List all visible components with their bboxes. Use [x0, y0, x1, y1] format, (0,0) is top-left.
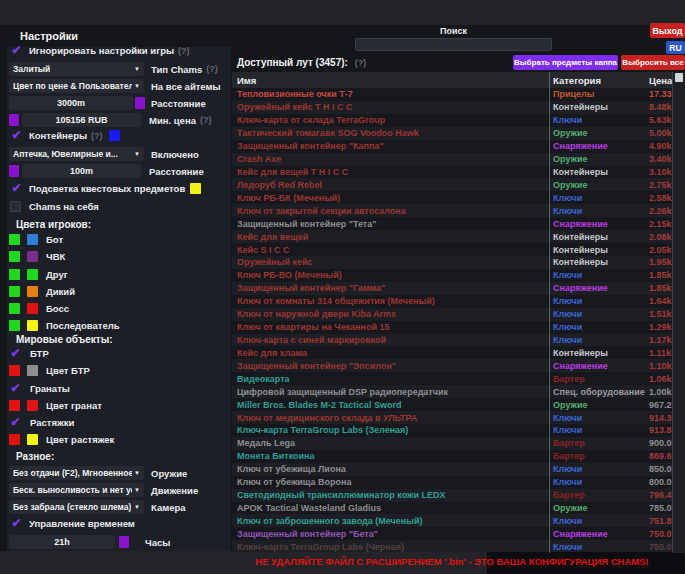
column-header-price[interactable]: Цена [649, 75, 672, 86]
color-swatch[interactable] [9, 400, 20, 411]
table-row[interactable]: Miller Bros. Blades M-2 Tactical SwordОр… [232, 398, 672, 411]
color-swatch[interactable] [27, 286, 38, 297]
misc-dropdown-value: Без забрала (стекло шлема) [13, 502, 131, 512]
table-row[interactable]: Светодиодный трансиллюминатор кожи LEDXБ… [232, 489, 672, 502]
table-row[interactable]: Ключ РБ-БК (Меченый)Ключи2.58kk [232, 191, 672, 204]
container-distance-color-swatch[interactable] [9, 165, 19, 177]
checkbox-unchecked[interactable] [10, 201, 21, 212]
loot-count-label: Доступный лут (3457): [237, 57, 348, 68]
table-row[interactable]: Ключ-карта с синей маркировкойКлючи1.17k… [232, 334, 672, 347]
color-swatch[interactable] [27, 400, 38, 411]
player-color-label: Дикий [46, 286, 75, 297]
color-swatch[interactable] [9, 286, 20, 297]
checkmark-icon[interactable]: ✔ [9, 417, 22, 428]
table-row[interactable]: Кейс S I C CКонтейнеры2.05kk [232, 243, 672, 256]
color-swatch[interactable] [27, 251, 38, 262]
table-row[interactable]: Цифровой защищенный DSP радиопередатчикС… [232, 385, 672, 398]
table-row[interactable]: Ключ от комнаты 314 общежития (Меченый)К… [232, 295, 672, 308]
checkmark-icon[interactable]: ✔ [9, 348, 22, 359]
table-row[interactable]: Монета БиткоинаБартер869.6k [232, 450, 672, 463]
color-mode-value: Цвет по цене & Пользователь [13, 81, 132, 91]
table-row[interactable]: Ключ от закрытой секции автосалонаКлючи2… [232, 204, 672, 217]
table-row[interactable]: APOK Tactical Wasteland GladiusОружие785… [232, 502, 672, 515]
table-row[interactable]: Ключ от квартиры на Чеканной 15Ключи1.29… [232, 321, 672, 334]
world-objects-list: ✔БТРЦвет БТР✔ГранатыЦвет гранат✔Растяжки… [9, 348, 114, 452]
distance-input[interactable]: 3000m [9, 96, 133, 110]
color-swatch[interactable] [9, 269, 20, 280]
table-row[interactable]: Кейс для хламаКонтейнеры1.11kk [232, 346, 672, 359]
select-kappa-items-button[interactable]: Выбрать предметы каппа [513, 55, 618, 70]
hours-input[interactable]: 21h [9, 535, 115, 549]
drop-all-button[interactable]: Выбросить все [621, 55, 685, 70]
table-row[interactable]: Тактический томагавк SOG Voodoo HawkОруж… [232, 127, 672, 140]
table-row[interactable]: Кейс для вещейКонтейнеры2.08kk [232, 230, 672, 243]
table-row[interactable]: Ключ-карта TerraGroup Labs (Черная)Ключи… [232, 540, 672, 552]
table-row[interactable]: Ключ от наружной двери Kiba ArmsКлючи1.5… [232, 308, 672, 321]
exit-button[interactable]: Выход [650, 23, 685, 38]
checkmark-icon[interactable]: ✔ [10, 130, 23, 141]
misc-dropdown[interactable]: Без забрала (стекло шлема)▼ [9, 500, 144, 514]
table-row[interactable]: Ключ РБ-ВО (Меченый)Ключи1.85kk [232, 269, 672, 282]
color-swatch[interactable] [9, 434, 20, 445]
color-swatch[interactable] [27, 434, 38, 445]
table-row[interactable]: Ключ-карта от склада TerraGroupКлючи5.63… [232, 114, 672, 127]
table-row[interactable]: Защищенный контейнер "Тета"Снаряжение2.1… [232, 217, 672, 230]
table-row[interactable]: Защищенный контейнер "Бета"Снаряжение750… [232, 527, 672, 540]
language-button[interactable]: RU [666, 41, 685, 54]
chams-type-dropdown[interactable]: Залитый ▼ [9, 62, 144, 76]
table-row[interactable]: Защищенный контейнер "Каппа"Снаряжение4.… [232, 140, 672, 153]
misc-dropdown[interactable]: Без отдачи (F2), Мгновенное п▼ [9, 466, 144, 480]
table-row[interactable]: Crash AxeОружие3.40kk [232, 153, 672, 166]
quest-highlight-color-swatch[interactable] [190, 183, 201, 194]
item-price: 1.85kk [649, 270, 672, 280]
table-row[interactable]: Ключ-карта TerraGroup Labs (Зеленая)Ключ… [232, 424, 672, 437]
color-mode-dropdown[interactable]: Цвет по цене & Пользователь ▼ [9, 79, 144, 93]
distance-color-swatch[interactable] [135, 97, 145, 109]
checkmark-icon[interactable]: ✔ [9, 383, 22, 394]
table-row[interactable]: Кейс для вещей T H I C CКонтейнеры3.10kk [232, 166, 672, 179]
table-row[interactable]: Оружейный кейсКонтейнеры1.95kk [232, 256, 672, 269]
min-price-color-swatch[interactable] [9, 114, 19, 126]
table-row[interactable]: Оружейный кейс T H I C CКонтейнеры8.48kk [232, 101, 672, 114]
container-distance-input[interactable]: 100m [22, 164, 141, 178]
color-swatch[interactable] [27, 269, 38, 280]
color-swatch[interactable] [27, 234, 38, 245]
column-header-category[interactable]: Категория [549, 75, 649, 86]
checkmark-icon[interactable]: ✔ [10, 518, 23, 529]
hours-color-swatch[interactable] [119, 536, 129, 548]
color-swatch[interactable] [9, 234, 20, 245]
category-filter-dropdown[interactable]: Аптечка, Ювелирные и... ▼ [9, 147, 144, 161]
color-swatch[interactable] [9, 365, 20, 376]
checkmark-icon[interactable]: ✔ [10, 45, 23, 56]
color-swatch[interactable] [27, 303, 38, 314]
column-header-name[interactable]: Имя [232, 75, 549, 86]
table-row[interactable]: Ледоруб Red RebelОружие2.75kk [232, 178, 672, 191]
min-price-input[interactable]: 105156 RUB [22, 113, 141, 127]
table-row[interactable]: Медаль LegaБартер900.0k [232, 437, 672, 450]
search-input[interactable] [355, 38, 552, 51]
color-swatch[interactable] [27, 320, 38, 331]
misc-dropdown[interactable]: Беск. выносливость и нет уста▼ [9, 483, 144, 497]
table-row[interactable]: Ключ от медицинского склада в УЛЬТРАКлюч… [232, 411, 672, 424]
item-name: Ключ-карта TerraGroup Labs (Зеленая) [232, 425, 549, 435]
table-row[interactable]: Ключ от убежища ВоронаКлючи800.0k [232, 476, 672, 489]
item-name: Ключ от закрытой секции автосалона [232, 206, 549, 216]
color-swatch[interactable] [27, 365, 38, 376]
color-swatch[interactable] [9, 303, 20, 314]
item-name: Crash Axe [232, 154, 549, 164]
table-row[interactable]: ВидеокартаБартер1.06kk [232, 372, 672, 385]
color-swatch[interactable] [9, 251, 20, 262]
table-row[interactable]: Тепловизионные очки Т-7Прицелы17.33kk [232, 88, 672, 101]
containers-color-swatch[interactable] [109, 130, 120, 141]
table-row[interactable]: Ключ от заброшенного завода (Меченый)Клю… [232, 514, 672, 527]
scrollbar-thumb[interactable] [675, 73, 683, 82]
item-category: Контейнеры [549, 348, 649, 358]
color-swatch[interactable] [9, 320, 20, 331]
table-row[interactable]: Ключ от убежища ЛионаКлючи850.0k [232, 463, 672, 476]
checkmark-icon[interactable]: ✔ [10, 183, 23, 194]
item-price: 850.0k [649, 464, 672, 474]
table-row[interactable]: Защищенный контейнер "Гамма"Снаряжение1.… [232, 282, 672, 295]
scrollbar-track[interactable] [673, 72, 685, 553]
item-category: Ключи [549, 309, 649, 319]
table-row[interactable]: Защищенный контейнер "Эпсилон"Снаряжение… [232, 359, 672, 372]
